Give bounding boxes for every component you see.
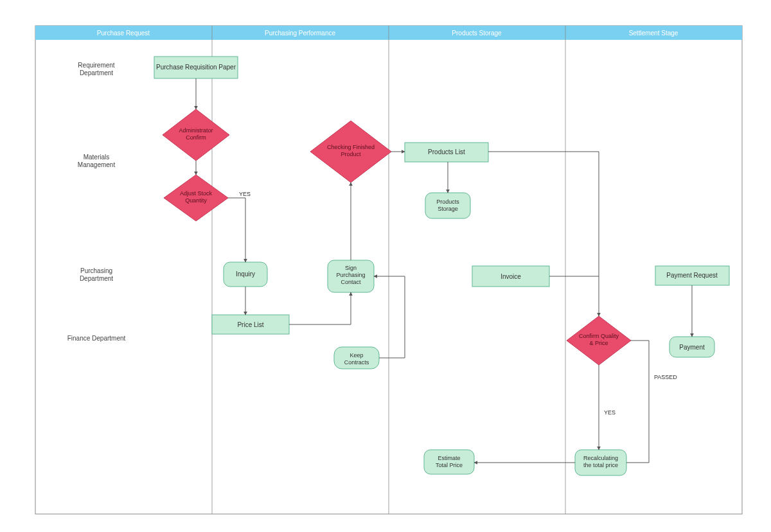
column-header-2-label: Purchasing Performance [265,30,335,37]
svg-text:Confirm Quality: Confirm Quality [579,333,619,339]
edge-label-yes2: YES [604,409,616,416]
svg-text:Keep: Keep [350,352,363,359]
node-purchase-requisition-label: Purchase Requisition Paper [156,64,236,71]
svg-text:& Price: & Price [589,340,608,346]
edge-label-yes1: YES [239,191,251,197]
svg-text:Purchasing: Purchasing [336,272,365,278]
column-header-3-label: Products Storage [452,30,502,37]
node-admin-confirm: Administrator Confirm [163,109,229,161]
edge-label-passed: PASSED [654,374,677,380]
svg-text:Sign: Sign [345,265,357,271]
node-invoice-label: Invoice [501,273,521,280]
node-confirm-quality-price: Confirm Quality & Price [567,316,631,365]
svg-text:Storage: Storage [438,206,458,212]
node-products-list-label: Products List [428,148,465,155]
row-label-3b: Department [80,275,113,282]
node-checking-finished: Checking Finished Product [310,121,391,182]
svg-text:Adjust Stock: Adjust Stock [180,190,213,197]
row-label-3a: Purchasing [80,267,112,274]
edge-pricelist-to-sign [289,292,351,324]
svg-text:Checking Finished: Checking Finished [327,144,375,150]
svg-text:Confirm: Confirm [186,134,206,141]
diagram-svg: Purchase Request Purchasing Performance … [0,0,771,532]
edge-adjust-to-inquiry [228,198,245,262]
row-label-4: Finance Department [67,335,126,342]
column-header-4-label: Settlement Stage [629,30,678,37]
node-payment-label: Payment [679,344,705,351]
edge-prodlist-to-confirm [488,152,599,316]
row-label-1b: Department [80,69,113,76]
node-payment-request-label: Payment Request [666,272,718,279]
svg-text:Contracts: Contracts [344,359,369,366]
row-label-2b: Management [78,161,116,168]
node-adjust-stock: Adjust Stock Quantity [164,175,228,221]
svg-text:Products: Products [436,199,459,205]
svg-text:Administrator: Administrator [179,127,213,134]
svg-text:Contact: Contact [341,279,361,285]
node-inquiry-label: Inquiry [236,270,255,278]
svg-text:Estimate: Estimate [438,455,460,461]
svg-text:the total price: the total price [583,462,618,468]
edge-keep-to-sign [374,276,405,358]
row-label-2a: Materials [84,154,110,161]
column-header-1-label: Purchase Request [97,30,150,37]
svg-text:Recalculating: Recalculating [583,455,618,461]
node-price-list-label: Price List [237,321,263,328]
svg-text:Product: Product [341,151,361,157]
svg-text:Quantity: Quantity [185,197,207,204]
svg-text:Total Price: Total Price [436,462,463,468]
swimlane-diagram: Purchase Request Purchasing Performance … [0,0,771,532]
row-label-1a: Requirement [78,62,114,69]
edge-confirm-passed [626,341,649,463]
